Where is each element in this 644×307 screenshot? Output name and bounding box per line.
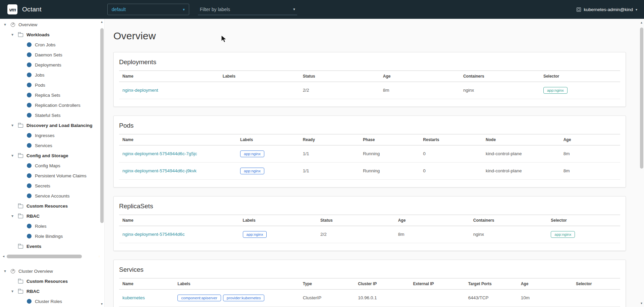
selector-badge[interactable]: app:nginx [543,87,568,94]
main-scrollbar-track[interactable] [639,24,644,302]
column-header-name: Name [119,215,239,226]
column-header-status: Status [317,215,395,226]
scroll-down-icon[interactable]: ▾ [641,302,642,305]
pods-table: NameLabelsReadyPhaseRestartsNodeAgenginx… [119,134,620,180]
sidebar-item-persistent-volume-claims[interactable]: Persistent Volume Claims [0,171,104,181]
column-header-name: Name [119,134,237,145]
sidebar-item-pods[interactable]: Pods [0,80,104,90]
table-cell: 10.96.0.1 [355,289,410,306]
sidebar-item-cron-jobs[interactable]: Cron Jobs [0,40,104,50]
sidebar-item-config-and-storage[interactable]: ▾Config and Storage [0,150,104,161]
caret-down-icon[interactable]: ▾ [4,269,11,273]
caret-down-icon[interactable]: ▾ [11,153,18,158]
card-title: ReplicaSets [119,203,620,210]
sidebar-item-events[interactable]: Events [0,241,104,251]
sidebar-item-label: RBAC [26,289,40,294]
label-badge[interactable]: app:nginx [240,150,264,157]
role-bindings-icon [27,234,32,238]
label-filter-dropdown[interactable]: Filter by labels ▾ [198,4,297,15]
main-vertical-scrollbar[interactable]: ▴ ▾ [639,19,644,307]
sidebar-item-services[interactable]: Services [0,140,104,150]
sidebar-scrollbar-track[interactable] [99,24,104,302]
table-cell: Running [360,145,420,162]
table-row[interactable]: nginx-deployment-5754944d6capp:nginx2/28… [119,226,620,243]
sidebar-item-label: Secrets [35,183,50,188]
sidebar-item-rbac[interactable]: ▾RBAC [0,286,104,296]
sidebar-item-custom-resources[interactable]: Custom Resources [0,276,104,286]
scroll-up-icon[interactable]: ▴ [101,20,103,24]
folder-icon [18,245,23,249]
namespace-value: default [112,7,126,12]
table-cell: 8m [380,82,460,99]
sidebar-item-stateful-sets[interactable]: Stateful Sets [0,110,104,120]
label-badge[interactable]: provider:kubernetes [223,295,265,301]
table-row[interactable]: nginx-deployment-5754944d6c-7g5jcapp:ngi… [119,145,620,162]
table-row[interactable]: nginx-deployment2/28mnginxapp:nginx [119,82,620,99]
caret-down-icon[interactable]: ▾ [4,22,11,27]
caret-down-icon[interactable]: ▾ [11,289,18,294]
sidebar-item-daemon-sets[interactable]: Daemon Sets [0,50,104,60]
column-header-labels: Labels [239,215,317,226]
cron-jobs-icon [27,42,32,47]
daemon-sets-icon [27,52,32,57]
scroll-left-icon[interactable]: ◂ [3,255,4,258]
sidebar-item-jobs[interactable]: Jobs [0,70,104,80]
horizontal-scrollbar-thumb[interactable] [7,255,82,258]
replica-sets-icon [27,93,32,97]
table-cell: app:nginx [237,145,300,162]
label-badge[interactable]: app:nginx [243,231,267,238]
sidebar-horizontal-scrollbar[interactable]: ◂ ▸ [3,254,101,259]
table-cell: app:nginx [540,82,620,99]
sidebar-item-roles[interactable]: Roles [0,221,104,231]
caret-down-icon[interactable]: ▾ [11,123,18,128]
sidebar-item-deployments[interactable]: Deployments [0,60,104,70]
dashboard-icon [11,23,15,27]
column-header-name: Name [119,278,174,289]
caret-down-icon[interactable]: ▾ [11,32,18,37]
selector-badge[interactable]: app:nginx [551,231,575,238]
sidebar-scrollbar-thumb[interactable] [100,28,104,223]
sidebar-item-label: Pods [35,83,45,88]
column-header-age: Age [560,134,620,145]
scroll-up-icon[interactable]: ▴ [641,21,642,24]
cluster-context-menu[interactable]: kubernetes-admin@kind ▾ [577,7,637,12]
namespace-dropdown[interactable]: default ▾ [107,4,189,15]
main-scrollbar-thumb[interactable] [640,28,643,169]
sidebar-item-ingresses[interactable]: Ingresses [0,130,104,140]
sidebar-item-replication-controllers[interactable]: Replication Controllers [0,100,104,110]
resource-link[interactable]: kubernetes [122,295,145,300]
sidebar-item-config-maps[interactable]: Config Maps [0,161,104,171]
sidebar-item-workloads[interactable]: ▾Workloads [0,30,104,40]
resource-link[interactable]: nginx-deployment [122,88,158,93]
label-badge[interactable]: app:nginx [240,168,264,174]
sidebar-item-replica-sets[interactable]: Replica Sets [0,90,104,100]
sidebar-item-label: Roles [35,224,47,229]
table-row[interactable]: kubernetescomponent:apiserverprovider:ku… [119,289,620,306]
sidebar-item-discovery-and-load-balancing[interactable]: ▾Discovery and Load Balancing [0,120,104,130]
table-cell: 8m [560,162,620,179]
scroll-down-icon[interactable]: ▾ [101,302,103,306]
sidebar-item-overview[interactable]: ▾Overview [0,19,104,30]
sidebar-item-service-accounts[interactable]: Service Accounts [0,191,104,201]
table-row[interactable]: nginx-deployment-5754944d6c-j9kvkapp:ngi… [119,162,620,179]
folder-icon [18,280,23,283]
sidebar-item-label: Replica Sets [35,93,60,98]
sidebar-item-custom-resources[interactable]: Custom Resources [0,201,104,211]
cluster-icon [577,7,581,12]
sidebar-vertical-scrollbar[interactable]: ▴ ▾ [99,19,104,307]
sidebar-item-cluster-overview[interactable]: ▾Cluster Overview [0,266,104,276]
sidebar-item-rbac[interactable]: ▾RBAC [0,211,104,221]
caret-down-icon: ▾ [183,7,185,12]
resource-link[interactable]: nginx-deployment-5754944d6c [122,232,184,237]
caret-down-icon: ▾ [636,8,637,11]
table-cell: ClusterIP [300,289,355,306]
resource-link[interactable]: nginx-deployment-5754944d6c-7g5jc [122,151,197,156]
horizontal-scrollbar-track[interactable] [6,255,98,258]
sidebar-tree-namespace: ▾Overview▾WorkloadsCron JobsDaemon SetsD… [0,19,104,251]
resource-link[interactable]: nginx-deployment-5754944d6c-j9kvk [122,168,197,173]
sidebar-item-cluster-roles[interactable]: Cluster Roles [0,296,104,306]
sidebar-item-secrets[interactable]: Secrets [0,181,104,191]
sidebar-item-role-bindings[interactable]: Role Bindings [0,231,104,241]
caret-down-icon[interactable]: ▾ [11,214,18,218]
label-badge[interactable]: component:apiserver [177,295,221,301]
